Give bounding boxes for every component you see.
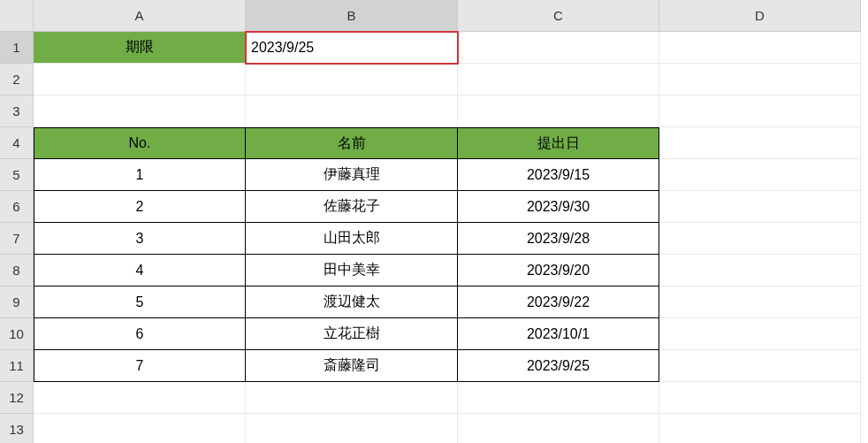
row-header-4[interactable]: 4 [0, 127, 34, 159]
cell-C5[interactable]: 2023/9/15 [458, 159, 659, 191]
cell-B2[interactable] [246, 64, 458, 95]
cell-D13[interactable] [659, 414, 861, 443]
cell-B11[interactable]: 斎藤隆司 [246, 350, 458, 382]
cell-C12[interactable] [458, 382, 659, 414]
cell-value: 田中美幸 [324, 261, 380, 279]
cell-A12[interactable] [34, 382, 246, 414]
cell-B7[interactable]: 山田太郎 [246, 223, 458, 255]
cell-A5[interactable]: 1 [34, 159, 246, 191]
cell-D1[interactable] [659, 32, 861, 64]
cell-A8[interactable]: 4 [34, 255, 246, 286]
cell-C7[interactable]: 2023/9/28 [458, 223, 659, 255]
cell-D2[interactable] [659, 64, 861, 95]
cell-value: 2023/9/15 [527, 167, 590, 183]
cell-value: 2023/9/25 [527, 358, 590, 374]
cell-A13[interactable] [34, 414, 246, 443]
cell-C8[interactable]: 2023/9/20 [458, 255, 659, 286]
cell-D11[interactable] [659, 350, 861, 382]
cell-D12[interactable] [659, 382, 861, 414]
cell-A1[interactable]: 期限 [34, 32, 246, 64]
cell-value: 2023/10/1 [527, 326, 590, 342]
select-all-corner[interactable] [0, 0, 34, 32]
row-header-13[interactable]: 13 [0, 414, 34, 443]
cell-value: 1 [136, 167, 144, 183]
row-header-9[interactable]: 9 [0, 286, 34, 318]
cell-B12[interactable] [246, 382, 458, 414]
cell-C2[interactable] [458, 64, 659, 95]
cell-A6[interactable]: 2 [34, 191, 246, 223]
cell-value: 立花正樹 [324, 325, 380, 343]
cell-value: 3 [136, 231, 144, 247]
column-header-A[interactable]: A [34, 0, 246, 32]
row-header-1[interactable]: 1 [0, 32, 34, 64]
cell-value: 2023/9/30 [527, 199, 590, 215]
cell-C3[interactable] [458, 95, 659, 127]
cell-value: 提出日 [537, 134, 580, 153]
column-header-B[interactable]: B [246, 0, 458, 32]
cell-D4[interactable] [659, 127, 861, 159]
column-header-C[interactable]: C [458, 0, 659, 32]
row-header-11[interactable]: 11 [0, 350, 34, 382]
cell-A10[interactable]: 6 [34, 318, 246, 350]
row-header-7[interactable]: 7 [0, 223, 34, 255]
cell-value: 渡辺健太 [324, 293, 380, 311]
cell-value: 2023/9/20 [527, 263, 590, 279]
cell-C11[interactable]: 2023/9/25 [458, 350, 659, 382]
spreadsheet-grid[interactable]: ABCD1期限2023/9/25234No.名前提出日51伊藤真理2023/9/… [0, 0, 868, 443]
cell-value: 2 [136, 199, 144, 215]
cell-A3[interactable] [34, 95, 246, 127]
cell-A7[interactable]: 3 [34, 223, 246, 255]
cell-A9[interactable]: 5 [34, 286, 246, 318]
cell-B4[interactable]: 名前 [246, 127, 458, 159]
cell-B10[interactable]: 立花正樹 [246, 318, 458, 350]
cell-value: 伊藤真理 [324, 165, 380, 184]
cell-B5[interactable]: 伊藤真理 [246, 159, 458, 191]
cell-D5[interactable] [659, 159, 861, 191]
cell-A11[interactable]: 7 [34, 350, 246, 382]
cell-D9[interactable] [659, 286, 861, 318]
cell-value: 7 [136, 358, 144, 374]
cell-B9[interactable]: 渡辺健太 [246, 286, 458, 318]
cell-value: 佐藤花子 [324, 197, 380, 216]
cell-D3[interactable] [659, 95, 861, 127]
cell-value: 山田太郎 [324, 229, 380, 248]
cell-B6[interactable]: 佐藤花子 [246, 191, 458, 223]
cell-B3[interactable] [246, 95, 458, 127]
row-header-10[interactable]: 10 [0, 318, 34, 350]
cell-C13[interactable] [458, 414, 659, 443]
row-header-3[interactable]: 3 [0, 95, 34, 127]
cell-value: 5 [136, 294, 144, 310]
cell-A4[interactable]: No. [34, 127, 246, 159]
cell-B13[interactable] [246, 414, 458, 443]
cell-D8[interactable] [659, 255, 861, 286]
cell-value: 2023/9/28 [527, 231, 590, 247]
cell-value: 名前 [338, 134, 366, 153]
cell-value: 4 [136, 263, 144, 279]
cell-C4[interactable]: 提出日 [458, 127, 659, 159]
cell-value: No. [129, 135, 151, 151]
cell-B1[interactable]: 2023/9/25 [246, 32, 458, 64]
cell-A2[interactable] [34, 64, 246, 95]
row-header-2[interactable]: 2 [0, 64, 34, 95]
row-header-6[interactable]: 6 [0, 191, 34, 223]
cell-C9[interactable]: 2023/9/22 [458, 286, 659, 318]
row-header-8[interactable]: 8 [0, 255, 34, 286]
row-header-5[interactable]: 5 [0, 159, 34, 191]
cell-C10[interactable]: 2023/10/1 [458, 318, 659, 350]
cell-value: 6 [136, 326, 144, 342]
cell-value: 2023/9/22 [527, 294, 590, 310]
cell-B8[interactable]: 田中美幸 [246, 255, 458, 286]
cell-value: 斎藤隆司 [324, 356, 380, 375]
cell-D10[interactable] [659, 318, 861, 350]
cell-value: 2023/9/25 [251, 40, 314, 56]
cell-C6[interactable]: 2023/9/30 [458, 191, 659, 223]
cell-C1[interactable] [458, 32, 659, 64]
cell-D7[interactable] [659, 223, 861, 255]
row-header-12[interactable]: 12 [0, 382, 34, 414]
column-header-D[interactable]: D [659, 0, 861, 32]
cell-D6[interactable] [659, 191, 861, 223]
cell-value: 期限 [126, 38, 154, 57]
